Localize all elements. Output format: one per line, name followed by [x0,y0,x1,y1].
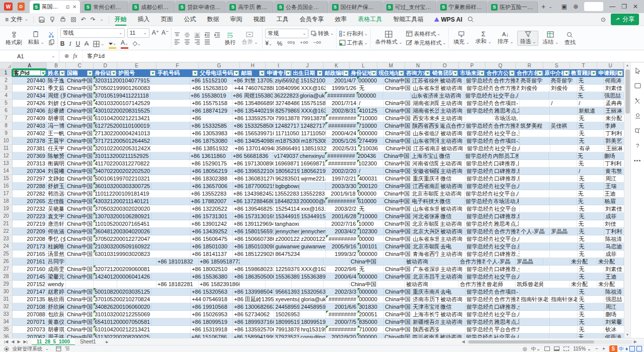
cell-E6[interactable] [151,107,191,115]
cell-J28[interactable]: 2000/6/4 [326,273,358,281]
cell-G32[interactable]: +86 1300682663 [233,303,274,311]
cell-P10[interactable]: 合作项目-1 [493,137,520,145]
column-header-N[interactable]: N [405,62,431,69]
clear-format-button[interactable]: ◇⌄ [133,40,141,48]
cell-G25[interactable]: +86 1851229020 [233,250,274,258]
cell-O20[interactable]: 留学总经办 [465,213,493,220]
cell-M34[interactable]: 新疆维吾尔 [412,318,439,326]
cell-T8[interactable]: 李婵 [604,122,624,130]
cell-T20[interactable]: 成菲 [604,213,624,220]
cell-A10[interactable]: 207378 [13,137,47,145]
align-center-icon[interactable] [184,39,190,45]
cell-B18[interactable]: 左佳薇 (女) [47,198,66,205]
cell-G8[interactable]: +86 1533258500 [232,122,274,130]
cell-H31[interactable]: xyevents@ [274,296,300,303]
cell-P27[interactable]: 口碑推荐,全 [493,266,520,273]
cell-T34[interactable]: 刘紫馨 [604,318,624,326]
cell-D18[interactable]: 430321200211140121 [94,198,151,205]
cell-D19[interactable]: 370503200302020020 [94,205,151,213]
header-cell-G[interactable]: 父母电话号码 [199,69,240,77]
cell-D11[interactable]: 32010220020531242X [94,145,152,152]
cell-Q29[interactable]: 曾老师 [486,281,516,288]
row-header-2[interactable]: 2 [0,77,13,84]
cell-G16[interactable]: +86 1877000215 [233,183,274,190]
cell-E5[interactable] [151,100,191,107]
cell-J16[interactable]: 2003/3/30 [326,183,358,190]
cell-E8[interactable] [151,122,190,130]
row-header-18[interactable]: 18 [0,198,13,205]
cell-J36[interactable]: 2002/9/20 [326,333,357,338]
cell-L36[interactable]: China中国 [383,333,411,338]
cell-B22[interactable]: 何依涵 (女) [47,228,66,235]
cell-I5[interactable]: 155751588 [300,100,326,107]
cell-A30[interactable]: 207147 [13,288,47,296]
cell-O8[interactable]: 留学总经办 [465,122,493,130]
cell-L2[interactable]: China中国 [383,77,411,84]
cell-S11[interactable]: 有录 [578,145,605,152]
cell-L11[interactable]: China中国 [384,145,412,152]
translate-icon[interactable]: 中⌄ [531,345,540,352]
row-header-30[interactable]: 30 [0,288,13,296]
row-header-19[interactable]: 19 [0,205,13,213]
cell-T12[interactable]: 蒯玚 [603,152,624,160]
cell-J22[interactable]: 2003/4/2 [326,228,358,235]
cell-C24[interactable]: China中国 [66,243,94,250]
align-left-icon[interactable] [174,39,180,45]
cell-A12[interactable]: 207369 [13,152,47,160]
cell-D25[interactable]: 630103199903020823 [94,250,151,258]
cell-O11[interactable]: 留学总经办 [466,145,494,152]
cell-D30[interactable]: 500108200203035125 [94,288,151,296]
header-cell-K[interactable]: 邮政编码 [324,69,350,77]
sum-button[interactable]: Σ 求和 ⌄ [473,31,494,45]
cell-D20[interactable]: 130703200106280921 [94,213,151,220]
row-header-22[interactable]: 22 [0,228,13,235]
cell-P16[interactable]: 社交平台,/ [493,183,520,190]
cell-N10[interactable]: 主动咨询 [439,137,465,145]
cell-R35[interactable] [550,326,578,333]
formula-input[interactable]: 客户id [83,50,109,62]
cell-I22[interactable]: jennychen7 [300,228,326,235]
cell-F28[interactable]: +86 15536380 [191,273,233,281]
cell-K17[interactable]: 000000 [357,190,383,198]
cell-J26[interactable] [292,258,324,266]
cell-N32[interactable]: 微信 [439,303,465,311]
cell-N27[interactable]: 主动咨询 [439,266,465,273]
column-header-C[interactable]: C [66,62,94,69]
filter-dropdown-icon[interactable] [452,70,458,76]
cell-T19[interactable]: 刘素佳 [604,205,624,213]
cell-S30[interactable]: 无 [578,288,604,296]
cell-M19[interactable]: 山东省东营 [412,205,439,213]
filter-dropdown-icon[interactable] [150,70,155,76]
cell-H20[interactable]: 153449155 [274,213,300,220]
panel-icon[interactable] [634,82,641,89]
cell-R30[interactable] [550,288,578,296]
cell-T26[interactable]: 未分配 [570,258,597,266]
cell-R9[interactable] [550,130,578,137]
cell-J20[interactable]: 2001/6/28 [326,213,358,220]
cell-J33[interactable]: ######### [326,311,358,318]
cell-M33[interactable]: 上海市长宁 [412,311,439,318]
cell-E36[interactable] [151,333,190,338]
cell-R24[interactable] [550,243,578,250]
cell-F13[interactable]: +86 15290175 [190,160,232,167]
copy-icon[interactable] [48,39,55,45]
cell-C4[interactable]: China中国 [66,92,94,100]
cell-I16[interactable] [300,183,326,190]
cell-K13[interactable]: 102300 [357,160,383,167]
cell-B28[interactable]: 梁馨元 (女) [47,273,66,281]
cell-O27[interactable]: 留学总经办 [465,266,493,273]
cell-I3[interactable]: XXX@163.c [300,84,326,92]
cell-L35[interactable]: China中国 [384,326,412,333]
cell-K15[interactable]: 400031 [358,175,384,183]
cell-Q13[interactable] [519,160,549,167]
cell-K16[interactable]: 200120 [358,183,384,190]
cell-P32[interactable]: 口碑推荐,全 [493,303,520,311]
cell-T27[interactable]: 刘素佳 [604,266,624,273]
cell-F12[interactable]: +86 13611860 [190,152,232,160]
cell-C14[interactable]: China中国 [66,167,94,175]
cell-J6[interactable]: 2002/8/31 [326,107,358,115]
cell-H29[interactable] [240,281,266,288]
cell-J31[interactable]: ######### [326,296,358,303]
cell-E9[interactable] [151,130,191,137]
format-painter-button[interactable]: 格式刷 [4,31,24,45]
